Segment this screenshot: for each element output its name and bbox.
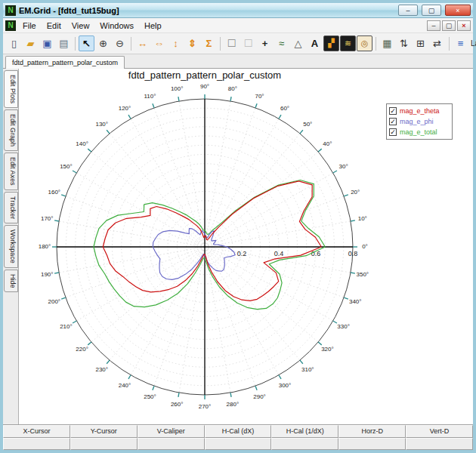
legend-label: mag_e_total: [400, 128, 437, 136]
side-tab-strip: Edit PlotsEdit GraphEdit AxesTrackerWork…: [3, 69, 18, 424]
h-fit-icon[interactable]: ⇔: [151, 35, 167, 51]
legend-item-mag-e-theta[interactable]: ✓mag_e_theta: [389, 106, 450, 116]
angle-tick: [230, 393, 231, 397]
side-tab-edit-axes[interactable]: Edit Axes: [4, 153, 18, 190]
grid-spoke: [205, 247, 300, 360]
side-tab-tracker[interactable]: Tracker: [4, 192, 18, 223]
zoom-in-icon[interactable]: ⊕: [95, 35, 111, 51]
h-arrows-icon[interactable]: ⇄: [429, 35, 445, 51]
angle-tick: [318, 342, 322, 345]
mdi-close-button[interactable]: ×: [457, 20, 471, 31]
angle-tick: [107, 130, 110, 134]
plot-area: fdtd_pattern_pattern_polar_custom0°10°20…: [18, 69, 473, 424]
angle-label: 260°: [171, 401, 184, 408]
contour-icon[interactable]: ◎: [357, 35, 372, 51]
v-arrows-icon[interactable]: ⇅: [396, 35, 412, 51]
legend-checkbox[interactable]: ✓: [389, 128, 397, 136]
text-tool-icon[interactable]: A: [307, 35, 323, 51]
grid-spoke: [205, 152, 318, 247]
angle-label: 140°: [76, 140, 88, 147]
mdi-restore-button[interactable]: ▢: [442, 20, 456, 31]
v-fit-icon[interactable]: ⇕: [184, 35, 200, 51]
legend-checkbox[interactable]: ✓: [389, 118, 397, 125]
menu-view[interactable]: View: [66, 20, 95, 32]
menu-help[interactable]: Help: [139, 20, 167, 32]
title-bar[interactable]: N EM.Grid - [fdtd_tut15bug] – ▢ ×: [3, 3, 473, 18]
legend-item-mag-e-phi[interactable]: ✓mag_e_phi: [389, 116, 450, 127]
close-button[interactable]: ×: [445, 5, 471, 16]
open-folder-icon[interactable]: ▰: [23, 35, 39, 51]
angle-tick: [255, 386, 257, 390]
toolbar-separator: [449, 37, 450, 51]
angle-tick: [61, 297, 66, 299]
angle-label: 320°: [321, 346, 334, 353]
region-box-icon[interactable]: ☐: [224, 35, 240, 51]
save-icon[interactable]: ▣: [39, 35, 55, 51]
toolbar-separator: [75, 37, 76, 51]
zoom-out-icon[interactable]: ⊖: [112, 35, 128, 51]
layout-icon[interactable]: ≡: [453, 35, 468, 51]
autoscale-icon[interactable]: Σ: [201, 35, 217, 51]
window-title: EM.Grid - [fdtd_tut15bug]: [19, 6, 119, 15]
mdi-minimize-button[interactable]: –: [427, 20, 440, 31]
angle-label: 190°: [41, 271, 54, 278]
angle-label: 30°: [339, 163, 348, 170]
status-value: [338, 438, 406, 451]
angle-label: 130°: [95, 121, 108, 128]
triangle-marker-icon[interactable]: △: [290, 35, 306, 51]
toolbar-separator: [220, 37, 221, 51]
side-tab-workspace[interactable]: Workspace: [4, 225, 18, 268]
angle-label: 210°: [60, 323, 73, 330]
angle-label: 70°: [255, 93, 264, 100]
radius-label: 0.8: [348, 250, 358, 257]
pointer-tool-icon[interactable]: ↖: [79, 35, 94, 51]
angle-tick: [318, 149, 322, 152]
angle-tick: [344, 195, 348, 196]
chart-title: fdtd_pattern_pattern_polar_custom: [128, 69, 281, 81]
menu-windows[interactable]: Windows: [94, 20, 139, 32]
angle-label: 100°: [171, 85, 184, 92]
print-icon[interactable]: ▤: [56, 35, 72, 51]
angle-label: 40°: [323, 140, 332, 147]
angle-label: 340°: [349, 298, 362, 305]
menu-edit[interactable]: Edit: [42, 20, 66, 32]
angle-tick: [344, 297, 348, 299]
colormap-icon[interactable]: ▞: [323, 35, 339, 51]
region-box2-icon[interactable]: ☐: [240, 35, 256, 51]
angle-label: 150°: [60, 163, 73, 170]
status-value: [70, 438, 138, 451]
tab-fdtd-pattern-polar-custom[interactable]: fdtd_pattern_pattern_polar_custom: [5, 56, 125, 69]
angle-label: 310°: [301, 366, 314, 373]
minimize-button[interactable]: –: [398, 5, 418, 16]
grid-spoke: [179, 101, 205, 247]
curve-tool-icon[interactable]: ≈: [274, 35, 289, 51]
legend-checkbox[interactable]: ✓: [389, 107, 397, 115]
angle-tick: [88, 149, 91, 152]
menu-file[interactable]: File: [17, 20, 42, 32]
angle-tick: [153, 386, 154, 390]
angle-label: 230°: [95, 366, 108, 373]
new-file-icon[interactable]: ▯: [6, 35, 22, 51]
main-area: Edit PlotsEdit GraphEdit AxesTrackerWork…: [3, 69, 473, 424]
checkerboard-icon[interactable]: ▦: [379, 35, 395, 51]
waterfall-icon[interactable]: ≋: [340, 35, 356, 51]
maximize-button[interactable]: ▢: [422, 5, 441, 16]
grid-icon[interactable]: ⊞: [413, 35, 428, 51]
tab-bar: fdtd_pattern_pattern_polar_custom: [3, 54, 473, 69]
angle-label: 240°: [119, 382, 131, 389]
angle-label: 280°: [227, 401, 240, 408]
grid-spoke: [66, 247, 205, 297]
legend: ✓mag_e_theta✓mag_e_phi✓mag_e_total: [386, 103, 453, 140]
legend-item-mag-e-total[interactable]: ✓mag_e_total: [389, 127, 450, 137]
side-tab-edit-plots[interactable]: Edit Plots: [4, 70, 18, 108]
v-expand-icon[interactable]: ↕: [168, 35, 184, 51]
status-value: [406, 438, 473, 451]
angle-label: 50°: [303, 121, 312, 128]
side-tab-edit-graph[interactable]: Edit Graph: [4, 109, 18, 151]
angle-label: 170°: [41, 215, 54, 222]
grid-spoke: [59, 247, 205, 273]
add-marker-icon[interactable]: +: [257, 35, 273, 51]
angle-label: 330°: [337, 323, 350, 330]
h-expand-icon[interactable]: ↔: [134, 35, 150, 51]
side-tab-hide[interactable]: Hide: [4, 270, 18, 293]
